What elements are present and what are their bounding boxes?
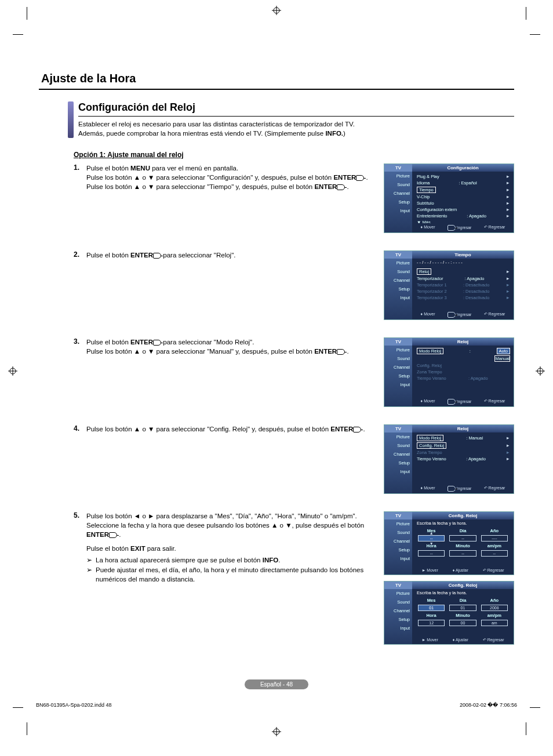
tv-menu-panel-reloj-mode: TV Picture Sound Channel Setup Input Rel… xyxy=(384,337,514,407)
enter-icon xyxy=(153,340,161,346)
panel-title: Config. Reloj xyxy=(412,581,514,589)
intro-line1: Establecer el reloj es necesario para us… xyxy=(78,121,355,128)
step-text: Pulse los botón ▲ o ▼ para seleccionar "… xyxy=(86,424,376,434)
panel-subhead: Escriba la fecha y la hora. xyxy=(412,589,514,597)
enter-icon xyxy=(353,427,361,432)
step-number: 1. xyxy=(74,163,86,191)
intro-text: Establecer el reloj es necesario para us… xyxy=(78,120,514,138)
enter-icon xyxy=(153,253,161,259)
crop-mark xyxy=(526,722,526,735)
footer-timestamp: 2008-02-02 �� 7:06:56 xyxy=(460,702,517,708)
tv-menu-panel-config-reloj-empty: TV Picture Sound Channel Setup Input Con… xyxy=(384,511,514,575)
footer-file: BN68-01395A-Spa-0202.indd 48 xyxy=(36,702,112,708)
intro-line2-suffix: ) xyxy=(343,130,345,137)
page-sub-title: Configuración del Reloj xyxy=(78,101,514,117)
panel-title: Reloj xyxy=(412,425,514,432)
option-heading: Opción 1: Ajuste manual del reloj xyxy=(74,151,514,159)
sidebar-picture: Picture xyxy=(384,172,412,180)
registration-mark-icon xyxy=(8,366,17,376)
step-number: 3. xyxy=(74,337,86,356)
registration-mark-icon xyxy=(536,366,545,376)
sidebar-input: Input xyxy=(384,206,412,215)
panel-title: Configuración xyxy=(412,164,514,172)
panel-subhead: Escriba la fecha y la hora. xyxy=(412,519,514,527)
step-number: 2. xyxy=(74,250,86,260)
sidebar-setup: Setup xyxy=(384,198,412,206)
tv-menu-panel-configuracion: TV Picture Sound Channel Setup Input Con… xyxy=(384,163,514,233)
panel-title: Config. Reloj xyxy=(412,512,514,519)
sidebar-sound: Sound xyxy=(384,180,412,189)
step-text: Pulse el botón ENTER para seleccionar "R… xyxy=(86,250,376,260)
crop-mark xyxy=(526,7,526,20)
panel-title: Reloj xyxy=(412,338,514,346)
step-number: 5. xyxy=(74,511,86,584)
tv-menu-panel-tiempo: TV Picture Sound Channel Setup Input Tie… xyxy=(384,250,514,320)
enter-icon xyxy=(109,532,117,538)
sidebar-tv: TV xyxy=(384,164,412,172)
step-number: 4. xyxy=(74,424,86,434)
step-text: Pulse el botón ENTER para seleccionar "M… xyxy=(86,337,376,356)
enter-icon xyxy=(337,184,345,190)
sidebar-channel: Channel xyxy=(384,189,412,198)
intro-line2-prefix: Además, puede comprobar la hora mientras… xyxy=(78,130,325,137)
page-main-title: Ajuste de la Hora xyxy=(39,70,514,90)
footer-regresar: ↶ Regresar xyxy=(484,225,505,231)
note-item: La hora actual aparecerá siempre que se … xyxy=(86,555,376,565)
crop-mark xyxy=(13,707,23,708)
panel-title: Tiempo xyxy=(412,251,514,259)
footer-mover: ♦ Mover xyxy=(421,225,435,231)
title-accent-bar xyxy=(68,101,74,138)
step-text: Pulse los botón ◄ o ► para desplazarse a… xyxy=(86,511,376,584)
clock-placeholder: - - / - - / - - - - / - - : - - - - xyxy=(412,259,514,266)
tv-menu-panel-reloj-config: TV Picture Sound Channel Setup Input Rel… xyxy=(384,424,514,494)
page-number-badge: Español - 48 xyxy=(245,679,308,689)
step-text: Pulse el botón MENU para ver el menú en … xyxy=(86,163,376,191)
enter-icon xyxy=(356,175,364,181)
note-item: Puede ajustar el mes, el día, el año, la… xyxy=(86,565,376,584)
intro-info-bold: INFO. xyxy=(325,130,343,137)
crop-mark xyxy=(13,34,23,35)
print-footer-line: BN68-01395A-Spa-0202.indd 48 2008-02-02 … xyxy=(36,702,517,708)
crop-mark xyxy=(530,707,540,708)
crop-mark xyxy=(530,34,540,35)
footer-ingresar: Ingresar xyxy=(448,225,472,231)
enter-icon xyxy=(337,349,345,355)
tv-menu-panel-config-reloj-filled: TV Picture Sound Channel Setup Input Con… xyxy=(384,581,514,645)
